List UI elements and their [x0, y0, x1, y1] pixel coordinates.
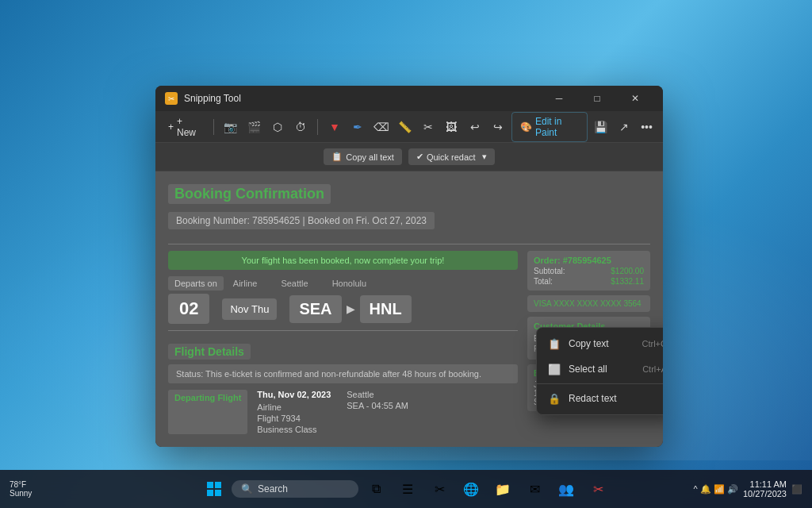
crop-button[interactable]: ✂ [418, 116, 438, 138]
search-bar[interactable]: 🔍 Search [232, 480, 358, 498]
order-box: Order: #785954625 Subtotal: $1200.00 Tot… [527, 251, 650, 291]
airline-headers: Airline Seattle Honolulu [233, 279, 366, 288]
clock-time: 11:11 AM [743, 479, 787, 489]
task-view-button[interactable]: ⧉ [362, 475, 390, 503]
camera-mode-button[interactable]: 📷 [220, 116, 240, 138]
dep-flight-details: Thu, Nov 02, 2023 Airline Flight 7934 Bu… [257, 390, 408, 434]
ruler-button[interactable]: 📏 [395, 116, 415, 138]
mail-icon: ✉ [530, 482, 540, 497]
image-button[interactable]: 🖼 [441, 116, 461, 138]
dep-date: Thu, Nov 02, 2023 [257, 390, 331, 399]
widgets-button[interactable]: ☰ [393, 475, 422, 503]
desktop: ✂ Snipping Tool ─ □ ✕ + + New 📷 🎬 ⬡ ⏱ ▼ … [0, 0, 812, 508]
widgets-icon: ☰ [402, 482, 413, 497]
share-button[interactable]: ↗ [614, 116, 634, 138]
start-button[interactable] [200, 475, 228, 503]
save-button[interactable]: 💾 [591, 116, 611, 138]
more-button[interactable]: ••• [637, 116, 657, 138]
paint-icon: 🎨 [520, 121, 532, 133]
copy-shortcut: Ctrl+C [642, 339, 663, 348]
origin-code: SEA [289, 295, 341, 323]
undo-button[interactable]: ↩ [465, 116, 485, 138]
left-column: Your flight has been booked, now complet… [168, 251, 518, 434]
quick-redact-button[interactable]: ✔ Quick redact ▾ [408, 148, 495, 165]
window-controls: ─ □ ✕ [541, 86, 653, 111]
minimize-button[interactable]: ─ [541, 86, 577, 111]
svg-rect-1 [215, 482, 221, 488]
edge-button[interactable]: 🌐 [457, 475, 485, 503]
snipping-tool-icon: ✂ [435, 482, 445, 497]
flight-big-info: 02 Nov Thu SEA ▶ HNL [168, 294, 518, 324]
context-divider [537, 383, 663, 384]
booking-number: Booking Number: 785954625 | Booked on Fr… [168, 212, 435, 229]
flight-banner: Your flight has been booked, now complet… [168, 251, 518, 270]
subtotal-value: $1200.00 [611, 267, 644, 275]
city-col-header: Seattle [281, 279, 308, 288]
weather-temp: 78°F [10, 480, 32, 489]
main-row: Your flight has been booked, now complet… [168, 251, 650, 434]
context-copy-text[interactable]: 📋 Copy text Ctrl+C [537, 331, 663, 356]
copy-icon: 📋 [331, 152, 343, 162]
copy-all-text-button[interactable]: 📋 Copy all text [324, 148, 402, 165]
select-all-label: Select all [569, 364, 607, 375]
search-text: Search [258, 483, 288, 495]
redact-text-label: Redact text [569, 393, 617, 404]
status-text: Status: This e-ticket is confirmed and n… [168, 364, 518, 383]
pen-button[interactable]: ✒ [348, 116, 368, 138]
tray-icons: ^ 🔔 📶 🔊 [694, 484, 738, 495]
redact-icon: ✔ [416, 152, 423, 162]
departing-flight-section: Departing Flight Thu, Nov 02, 2023 Airli… [168, 390, 518, 434]
record-button[interactable]: 🎬 [244, 116, 264, 138]
taskbar-left: 78°F Sunny [10, 480, 38, 498]
window-titlebar: ✂ Snipping Tool ─ □ ✕ [155, 86, 663, 111]
departing-flight-label: Departing Flight [168, 390, 247, 434]
total-label: Total: [534, 277, 553, 286]
dep-airline: Airline [257, 402, 331, 412]
dep-route-time: SEA - 04:55 AM [347, 401, 408, 410]
new-button[interactable]: + + New [162, 113, 207, 141]
toolbar-right: 🎨 Edit in Paint 💾 ↗ ••• [511, 112, 657, 142]
snipping-tool-taskbar[interactable]: ✂ [425, 475, 454, 503]
maximize-button[interactable]: □ [579, 86, 615, 111]
snip-shortcut-button[interactable]: ✂ [584, 475, 612, 503]
select-all-shortcut: Ctrl+A [642, 364, 663, 374]
close-button[interactable]: ✕ [617, 86, 653, 111]
new-icon: + [168, 121, 174, 133]
edit-in-paint-button[interactable]: 🎨 Edit in Paint [511, 112, 588, 142]
mail-button[interactable]: ✉ [520, 475, 549, 503]
copy-text-label: Copy text [569, 338, 609, 349]
window-title: Snipping Tool [184, 93, 534, 104]
redo-button[interactable]: ↪ [488, 116, 508, 138]
marker-button[interactable]: ▼ [324, 116, 344, 138]
shape-button[interactable]: ⬡ [267, 116, 287, 138]
month-box: Nov Thu [222, 298, 277, 320]
search-icon: 🔍 [241, 483, 253, 495]
weather-condition: Sunny [10, 489, 32, 498]
svg-rect-2 [207, 490, 213, 496]
taskbar: 78°F Sunny 🔍 Search ⧉ ☰ [0, 470, 812, 508]
order-number: Order: #785954625 [534, 256, 644, 265]
explorer-button[interactable]: 📁 [488, 475, 517, 503]
context-redact-text[interactable]: 🔒 Redact text ↖ [537, 386, 663, 411]
subtotal-row: Subtotal: $1200.00 [534, 267, 644, 275]
timer-button[interactable]: ⏱ [291, 116, 311, 138]
eraser-button[interactable]: ⌫ [371, 116, 391, 138]
total-value: $1332.11 [611, 277, 644, 286]
teams-button[interactable]: 👥 [552, 475, 580, 503]
context-select-all[interactable]: ⬜ Select all Ctrl+A [537, 356, 663, 382]
route-arrow: ▶ [347, 302, 355, 315]
dest-code: HNL [360, 295, 412, 323]
svg-rect-3 [215, 490, 221, 496]
taskbar-center: 🔍 Search ⧉ ☰ ✂ 🌐 📁 ✉ 👥 [200, 475, 612, 503]
system-clock[interactable]: 11:11 AM 10/27/2023 [743, 479, 787, 498]
date-box: 02 [168, 294, 209, 324]
redact-icon: 🔒 [548, 392, 561, 405]
departs-row: Departs on Airline Seattle Honolulu [168, 276, 518, 291]
weather-widget: 78°F Sunny [10, 480, 32, 498]
divider-2 [168, 330, 518, 331]
edge-icon: 🌐 [463, 482, 479, 497]
route-box: SEA ▶ HNL [289, 295, 411, 323]
departs-label: Departs on [168, 276, 224, 291]
task-view-icon: ⧉ [372, 482, 381, 496]
svg-rect-0 [207, 482, 213, 488]
